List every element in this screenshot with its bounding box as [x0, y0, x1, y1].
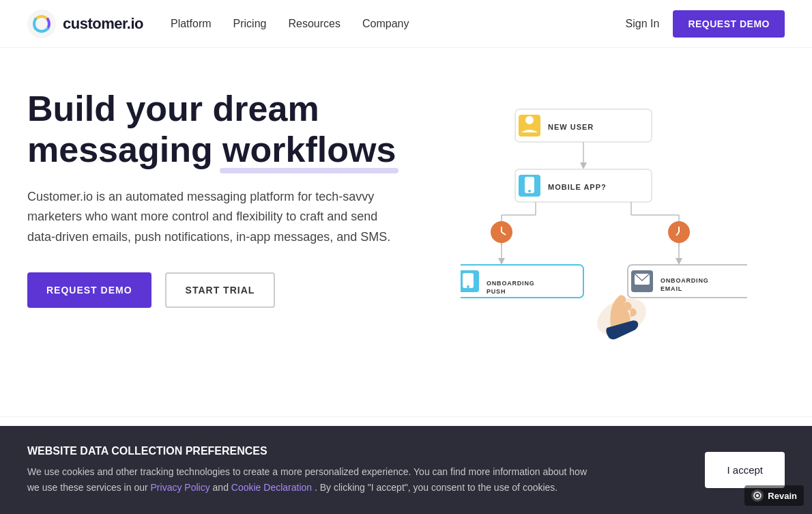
hero-buttons: REQUEST DEMO START TRIAL	[27, 272, 423, 308]
cookie-content: WEBSITE DATA COLLECTION PREFERENCES We u…	[27, 445, 587, 495]
hero-right: NEW USER MOBILE APP?	[423, 89, 785, 355]
cookie-and-text: and	[213, 482, 231, 493]
hero-left: Build your dream messaging workflows Cus…	[27, 89, 423, 308]
cookie-suffix: . By clicking "I accept", you consent to…	[315, 482, 557, 493]
svg-text:ONBOARDING: ONBOARDING	[661, 277, 709, 284]
logo[interactable]: customer.io	[27, 10, 143, 38]
request-demo-hero-button[interactable]: REQUEST DEMO	[27, 272, 151, 308]
svg-point-42	[756, 494, 759, 497]
revain-label: Revain	[768, 491, 797, 501]
svg-marker-25	[498, 258, 505, 265]
hero-section: Build your dream messaging workflows Cus…	[0, 48, 812, 416]
nav-platform[interactable]: Platform	[171, 18, 212, 30]
svg-point-31	[467, 285, 469, 288]
nav-resources[interactable]: Resources	[288, 18, 340, 30]
logo-icon	[27, 10, 56, 38]
cookie-banner: WEBSITE DATA COLLECTION PREFERENCES We u…	[0, 426, 812, 514]
svg-point-0	[27, 10, 56, 38]
request-demo-nav-button[interactable]: REQUEST DEMO	[673, 10, 785, 38]
svg-text:PUSH: PUSH	[487, 288, 506, 295]
cookie-declaration-link[interactable]: Cookie Declaration	[231, 482, 312, 493]
cookie-accept-button[interactable]: I accept	[705, 452, 785, 488]
nav-links: Platform Pricing Resources Company	[171, 18, 626, 30]
nav-company[interactable]: Company	[362, 18, 409, 30]
privacy-policy-link[interactable]: Privacy Policy	[151, 482, 210, 493]
revain-badge: Revain	[744, 485, 804, 506]
svg-text:EMAIL: EMAIL	[661, 285, 682, 292]
nav-right: Sign In REQUEST DEMO	[626, 10, 785, 38]
svg-point-3	[525, 116, 534, 124]
logo-wordmark: customer.io	[63, 15, 143, 33]
svg-text:ONBOARDING: ONBOARDING	[487, 280, 535, 287]
hero-description: Customer.io is an automated messaging pl…	[27, 187, 396, 248]
hero-title: Build your dream messaging workflows	[27, 89, 423, 171]
svg-text:NEW USER: NEW USER	[548, 123, 594, 131]
svg-text:MOBILE APP?: MOBILE APP?	[548, 183, 607, 191]
navbar: customer.io Platform Pricing Resources C…	[0, 0, 812, 48]
svg-point-10	[528, 190, 531, 192]
nav-pricing[interactable]: Pricing	[233, 18, 267, 30]
svg-marker-6	[580, 162, 587, 169]
hero-title-underlined: workflows	[222, 130, 396, 171]
cookie-title: WEBSITE DATA COLLECTION PREFERENCES	[27, 445, 587, 457]
start-trial-button[interactable]: START TRIAL	[165, 272, 276, 308]
workflow-illustration: NEW USER MOBILE APP?	[461, 96, 747, 355]
svg-marker-27	[676, 258, 682, 265]
cookie-body: We use cookies and other tracking techno…	[27, 464, 587, 495]
revain-icon	[751, 489, 764, 502]
sign-in-link[interactable]: Sign In	[626, 18, 660, 30]
